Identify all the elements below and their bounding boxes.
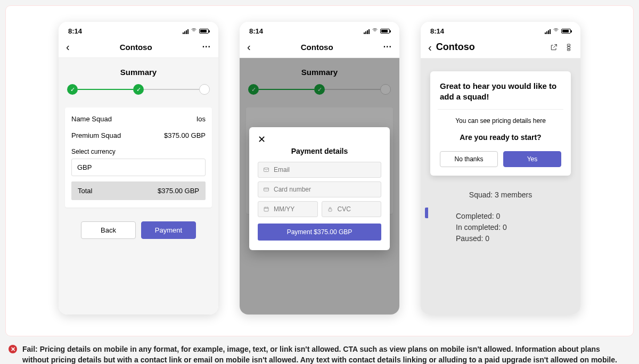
divider (438, 109, 563, 110)
battery-icon (380, 29, 390, 34)
stat-paused: Paused: 0 (456, 233, 561, 244)
svg-rect-3 (329, 209, 332, 212)
battery-icon (199, 29, 209, 34)
caption-body: Pricing details on mobile in any format,… (22, 345, 617, 364)
back-icon[interactable]: ‹ (66, 42, 70, 52)
wifi-icon (553, 27, 559, 35)
expiry-field[interactable]: MM/YY (258, 201, 318, 217)
caption-row: ✕ Fail: Pricing details on mobile in any… (5, 344, 623, 364)
page-title: Summary (246, 68, 393, 77)
action-row: Back Payment (65, 221, 212, 239)
squad-members: Squad: 3 members (440, 191, 561, 199)
email-placeholder: Email (274, 166, 290, 173)
no-thanks-button[interactable]: No thanks (440, 151, 498, 167)
card-field[interactable]: Card number (258, 181, 381, 197)
step-done-icon: ✓ (67, 84, 78, 95)
nav-bar: ‹ Contoso ··· (240, 37, 399, 58)
dialog-question: Are you ready to start? (440, 133, 561, 142)
status-time: 8:14 (430, 27, 444, 35)
nav-actions (550, 43, 573, 52)
screen1-content: Summary ✓ ✓ ✓ Name Squad Ios Premium Squ… (59, 58, 218, 315)
status-bar: 8:14 (59, 22, 218, 37)
total-row: Total $375.00 GBP (71, 181, 206, 200)
summary-card: Name Squad Ios Premium Squad $375.00 GBP… (65, 107, 212, 208)
step-line (78, 89, 133, 90)
mail-icon (263, 167, 269, 173)
nav-title: Contoso (301, 43, 333, 52)
status-right (183, 27, 209, 35)
svg-rect-2 (264, 208, 268, 212)
example-container: 8:14 ‹ Contoso ··· Summary ✓ ✓ ✓ (5, 5, 634, 336)
phone-mock-3: 8:14 ‹ Contoso Great to hear you would l… (421, 22, 580, 315)
signal-icon (545, 29, 551, 34)
pricing-link-text[interactable]: You can see pricing details here (440, 117, 561, 125)
svg-rect-5 (567, 46, 570, 48)
more-icon[interactable]: ··· (202, 42, 211, 52)
step-done-icon: ✓ (248, 84, 259, 95)
status-right (545, 27, 571, 35)
step-line (259, 89, 314, 90)
back-icon[interactable]: ‹ (428, 42, 432, 53)
nav-title: Contoso (436, 42, 475, 53)
status-time: 8:14 (68, 27, 82, 35)
status-right (364, 27, 390, 35)
back-icon[interactable]: ‹ (247, 42, 251, 52)
card-placeholder: Card number (274, 186, 311, 193)
svg-rect-4 (567, 44, 570, 46)
premium-value: $375.00 GBP (164, 131, 206, 139)
cvc-placeholder: CVC (338, 205, 351, 213)
phone-mock-1: 8:14 ‹ Contoso ··· Summary ✓ ✓ ✓ (59, 22, 218, 315)
signal-icon (364, 29, 370, 34)
battery-icon (561, 29, 571, 34)
status-bar: 8:14 (421, 22, 580, 37)
app-menu-icon[interactable] (564, 43, 573, 52)
calendar-icon (263, 206, 269, 212)
lock-icon (327, 206, 333, 212)
confirm-dialog: Great to hear you would like to add a sq… (430, 71, 571, 176)
expiry-placeholder: MM/YY (274, 205, 294, 213)
yes-button[interactable]: Yes (503, 151, 561, 167)
status-time: 8:14 (249, 27, 263, 35)
step-done-icon: ✓ (133, 84, 144, 95)
svg-rect-0 (264, 168, 269, 172)
stat-completed: Completed: 0 (456, 211, 561, 222)
close-icon[interactable]: ✕ (258, 134, 266, 145)
step-done-icon: ✓ (314, 84, 325, 95)
more-icon[interactable]: ··· (383, 42, 392, 52)
premium-row: Premium Squad $375.00 GBP (71, 131, 206, 139)
currency-select[interactable]: GBP (71, 159, 206, 176)
premium-label: Premium Squad (71, 131, 121, 139)
stat-incompleted: In completed: 0 (456, 222, 561, 233)
stats-block: Completed: 0 In completed: 0 Paused: 0 (440, 211, 561, 244)
nav-bar: ‹ Contoso (421, 37, 580, 59)
wifi-icon (372, 27, 378, 35)
selection-indicator (425, 208, 428, 218)
wifi-icon (191, 27, 197, 35)
status-bar: 8:14 (240, 22, 399, 37)
step-line (325, 89, 380, 90)
cvc-field[interactable]: CVC (322, 201, 382, 217)
submit-payment-button[interactable]: Payment $375.00 GBP (258, 224, 381, 241)
screen3-content: Great to hear you would like to add a sq… (421, 59, 580, 315)
svg-rect-6 (567, 49, 570, 51)
progress-stepper: ✓ ✓ ✓ (248, 84, 391, 95)
svg-rect-1 (264, 188, 269, 191)
email-field[interactable]: Email (258, 162, 381, 178)
payment-button[interactable]: Payment (141, 221, 196, 239)
name-row: Name Squad Ios (71, 115, 206, 123)
payment-modal: ✕ Payment details Email Card number MM/Y… (249, 127, 390, 250)
total-label: Total (78, 187, 92, 195)
page-title: Summary (65, 68, 212, 77)
phone-mock-2: 8:14 ‹ Contoso ··· Summary ✓ ✓ ✓ Back (240, 22, 399, 315)
nav-bar: ‹ Contoso ··· (59, 37, 218, 58)
caption-text: Fail: Pricing details on mobile in any f… (22, 344, 620, 364)
fail-icon: ✕ (9, 345, 17, 353)
step-pending-icon: ✓ (380, 84, 391, 95)
currency-label: Select currency (71, 148, 206, 155)
back-button[interactable]: Back (81, 221, 136, 239)
open-external-icon[interactable] (550, 43, 558, 52)
screen2-content: Summary ✓ ✓ ✓ Back Payment ✕ Payment det… (240, 58, 399, 315)
caption-label: Fail: (22, 345, 38, 353)
progress-stepper: ✓ ✓ ✓ (67, 84, 210, 95)
nav-title: Contoso (120, 43, 152, 52)
